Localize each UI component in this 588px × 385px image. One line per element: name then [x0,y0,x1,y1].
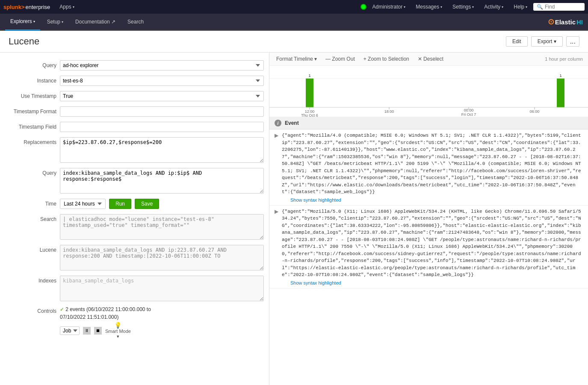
result-text-2: {"agent":"Mozilla/5.0 (X11; Linux i686) … [282,208,583,285]
second-navigation: Explorers ▾ Setup ▾ Documentation ↗ Sear… [0,14,588,31]
indexes-row: Indexes kibana_sample_data_logs [0,273,269,304]
search-icon: 🔍 [537,4,543,10]
query-select[interactable]: ad-hoc explorer [60,60,264,71]
lucene-row: Lucene index:kibana_sample_data_logs AND… [0,242,269,273]
explorers-chevron-icon: ▾ [33,20,35,24]
timestamp-field-row: Timestamp Field timestamp [0,119,269,135]
elastic-logo-area: ⊙ Elastic HI [548,17,583,26]
run-button[interactable]: Run [109,199,131,209]
nav-setup[interactable]: Setup ▾ [42,13,68,30]
nav-activity[interactable]: Activity ▾ [480,0,508,14]
instance-label: Instance [5,76,56,84]
controls-status-2: 07/10/2022 11:51:01.000) [60,314,264,320]
nav-settings[interactable]: Settings ▾ [448,0,478,14]
time-controls: Last 24 hours Run Save [60,199,264,209]
query2-textarea[interactable]: index:kibana_sample_data_logs AND ip:$ip… [60,168,264,194]
deselect-button[interactable]: ✕ Deselect [416,55,445,63]
page-header: Lucene Edit Export ▾ ... [0,31,588,53]
indexes-textarea[interactable]: kibana_sample_data_logs [60,276,264,301]
replacements-textarea[interactable]: $ip$=223.87.60.27,$response$=200 [60,137,264,163]
instance-select[interactable]: test-es-8 [60,76,264,86]
stop-button[interactable]: ⏹ [94,327,102,335]
zoom-out-button[interactable]: — Zoom Out [324,55,357,63]
show-syntax-1[interactable]: Show syntax highlighted [290,197,583,203]
nav-documentation[interactable]: Documentation ↗ [70,13,121,30]
export-button[interactable]: Export ▾ [531,36,563,47]
logo-enterprise: enterprise [26,4,50,10]
save-button[interactable]: Save [135,199,159,209]
svg-text:18:00: 18:00 [384,109,394,114]
indexes-label: Indexes [5,276,56,284]
controls-date-range: 07/10/2022 11:51:01.000) [60,314,118,320]
nav-help[interactable]: Help ▾ [509,0,532,14]
timeline-toolbar: Format Timeline ▾ — Zoom Out + Zoom to S… [269,53,588,66]
result-content-1: {"agent":"Mozilla/4.0 (compatible; MSIE … [282,132,583,196]
replacements-label: Replacements [5,137,56,145]
results-list: ▶ {"agent":"Mozilla/4.0 (compatible; MSI… [269,129,588,385]
find-input[interactable] [545,4,579,10]
use-timestamp-row: Use Timestamp True [0,88,269,104]
search-textarea[interactable]: | elasticadhoc mode="lucene" instance="t… [60,214,264,240]
controls-checkmark: ✓ [60,306,65,312]
smart-mode-toggle[interactable]: 💡 Smart Mode ▾ [105,322,131,339]
logo[interactable]: splunk> enterprise [3,4,50,10]
lucene-label: Lucene [5,245,56,253]
expand-arrow-1[interactable]: ▶ [275,132,278,138]
time-label: Time [5,201,56,207]
result-item: ▶ {"agent":"Mozilla/4.0 (compatible; MSI… [269,129,588,206]
search-form-label: Search [5,214,56,222]
event-header: Event [285,120,299,126]
controls-sub: Job ⏸ ⏹ 💡 Smart Mode ▾ [60,322,264,339]
svg-text:1: 1 [308,73,311,78]
result-text-1: {"agent":"Mozilla/4.0 (compatible; MSIE … [282,132,583,203]
controls-label: Controls [5,306,56,314]
timestamp-format-input[interactable] [60,106,264,117]
result-item-2: ▶ {"agent":"Mozilla/5.0 (X11; Linux i686… [269,206,588,288]
job-select[interactable]: Job [60,326,80,335]
nav-apps[interactable]: Apps ▾ [55,0,78,14]
show-syntax-2[interactable]: Show syntax highlighted [290,280,583,285]
timestamp-field-input[interactable]: timestamp [60,122,264,132]
apps-chevron-icon: ▾ [73,5,74,9]
format-timeline-button[interactable]: Format Timeline ▾ [275,55,319,63]
result-row-1: ▶ {"agent":"Mozilla/4.0 (compatible; MSI… [275,132,583,203]
logo-splunk: splunk> [3,4,25,10]
results-header: i Event [269,117,588,129]
zoom-to-selection-button[interactable]: + Zoom to Selection [362,55,411,63]
use-timestamp-select[interactable]: True [60,91,264,101]
svg-text:1: 1 [559,73,562,78]
edit-button[interactable]: Edit [506,36,528,47]
nav-search[interactable]: Search [122,13,149,30]
query-row: Query ad-hoc explorer [0,58,269,73]
time-select[interactable]: Last 24 hours [60,199,106,209]
timestamp-format-label: Timestamp Format [5,106,56,115]
query2-label: Query [5,168,56,176]
smart-mode-chevron-icon: ▾ [117,334,119,339]
svg-text:Thu Oct 6: Thu Oct 6 [301,113,318,117]
elastic-icon: ⊙ [548,17,554,26]
find-box[interactable]: 🔍 [533,3,585,11]
chart-svg: 1 1 12:00 Thu Oct 6 18:00 00:00 Fri Oct … [269,66,588,117]
expand-arrow-2[interactable]: ▶ [275,208,278,215]
nav-explorers[interactable]: Explorers ▾ [5,13,40,30]
page-actions: Edit Export ▾ ... [506,36,579,47]
top-navigation: splunk> enterprise Apps ▾ Administrator … [0,0,588,14]
second-nav-right: ⊙ Elastic HI [548,17,583,26]
svg-text:Fri Oct 7: Fri Oct 7 [461,112,476,117]
more-button[interactable]: ... [566,36,579,47]
nav-administrator[interactable]: Administrator ▾ [368,0,410,14]
chart-bar-2 [557,79,564,107]
pause-button[interactable]: ⏸ [83,327,91,335]
bulb-icon: 💡 [114,322,121,329]
elastic-hi-text: HI [576,18,583,26]
status-indicator [360,4,366,10]
timeline-chart[interactable]: 1 1 12:00 Thu Oct 6 18:00 00:00 Fri Oct … [269,66,588,117]
activity-chevron-icon: ▾ [502,5,503,9]
main-layout: Query ad-hoc explorer Instance test-es-8… [0,53,588,385]
svg-text:00:00: 00:00 [464,108,474,112]
controls-status-text: 2 events (06/10/2022 11:00:00.000 to [65,306,151,312]
time-row: Time Last 24 hours Run Save [0,196,269,212]
export-chevron-icon: ▾ [554,38,556,44]
nav-messages[interactable]: Messages ▾ [411,0,446,14]
lucene-textarea[interactable]: index:kibana_sample_data_logs AND ip:223… [60,245,264,270]
